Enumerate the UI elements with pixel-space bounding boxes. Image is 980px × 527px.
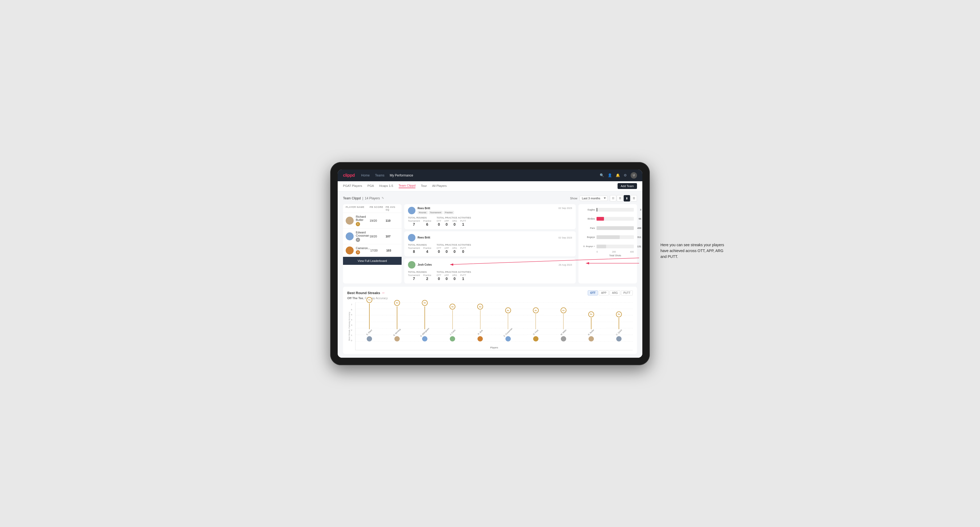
card3-avatar bbox=[408, 261, 415, 268]
col-pb-avg: PB AVG SQ bbox=[386, 206, 399, 211]
streak-bar-col-7[interactable]: 4xM. Miller bbox=[550, 302, 578, 341]
streak-bar-col-0[interactable]: 7xE. Ebert bbox=[355, 302, 383, 341]
bell-icon[interactable]: 🔔 bbox=[616, 173, 620, 177]
player-row-2[interactable]: Edward Crossman 2 18/20 107 bbox=[343, 229, 402, 244]
three-col-layout: PLAYER NAME PB SCORE PB AVG SQ Richard B… bbox=[343, 204, 637, 284]
edit-icon[interactable]: ✎ bbox=[382, 197, 384, 200]
player-name-1: Richard Butler bbox=[356, 215, 370, 221]
annotation-text: Here you can see streaks your players ha… bbox=[660, 242, 724, 260]
filter-arg[interactable]: ARG bbox=[609, 290, 620, 295]
sub-nav-all-players[interactable]: All Players bbox=[432, 184, 447, 188]
player-row-1[interactable]: Richard Butler 1 19/20 110 bbox=[343, 213, 402, 229]
bar-pars: Pars 499 bbox=[582, 225, 634, 231]
app-stat: APP 0 bbox=[444, 220, 449, 227]
top-card-name: Rees Britt bbox=[418, 207, 430, 210]
streak-bar-col-3[interactable]: 5xJ. Coles bbox=[439, 302, 466, 341]
streaks-section: Best Round Streaks ← OTT APP ARG PUTT Of… bbox=[343, 287, 637, 354]
pb-score-1: 19/20 bbox=[370, 219, 386, 222]
card3-stats: Total Rounds Tournament 7 Practice bbox=[408, 271, 572, 281]
player-card-3: Josh Coles 26 Aug 2023 Total Rounds To bbox=[404, 259, 576, 284]
player-name-wrap-3: Cameron... 3 bbox=[356, 246, 370, 254]
rank-badge-3: 3 bbox=[356, 250, 360, 254]
sub-nav: PGAT Players PGA Hcaps 1-5 Team Clippd T… bbox=[338, 181, 642, 191]
streak-bar-col-4[interactable]: 5xR. Britt bbox=[466, 302, 494, 341]
streak-bar-col-9[interactable]: 3xC. Quick bbox=[605, 302, 633, 341]
streaks-subtitle: Off The Tee, Fairway Accuracy bbox=[347, 297, 633, 300]
y-axis-numbers: 0 1 2 3 4 5 6 7 bbox=[351, 302, 355, 350]
chart-x-title: Total Shots bbox=[582, 254, 634, 257]
activities-subrow: OTT 0 APP 0 ARG bbox=[437, 220, 471, 227]
card3-header: Josh Coles 26 Aug 2023 bbox=[408, 261, 572, 268]
bar-eagles: Eagles 3 bbox=[582, 207, 634, 213]
player-info-2: Edward Crossman 2 bbox=[346, 231, 370, 242]
streak-chart: Best Streak, Fairway Accuracy 0 1 2 3 4 … bbox=[347, 302, 633, 350]
filter-ott[interactable]: OTT bbox=[588, 290, 598, 295]
top-card-date: 02 Sep 2023 bbox=[558, 207, 572, 210]
grid-view-btn[interactable]: ☷ bbox=[610, 195, 616, 202]
sub-nav-hcaps[interactable]: Hcaps 1-5 bbox=[379, 184, 393, 188]
period-select[interactable]: Last 3 months Last 6 months Last 12 mont… bbox=[579, 195, 608, 201]
practice-activities-label: Total Practice Activities bbox=[437, 216, 471, 219]
card2-rounds-group: Total Rounds Tournament 8 Practice bbox=[408, 243, 431, 254]
total-rounds-group: Total Rounds Tournament 7 Practice bbox=[408, 216, 431, 227]
bar-birdies: Birdies 96 bbox=[582, 216, 634, 222]
streak-bar-col-2[interactable]: 6xD. Billingham bbox=[411, 302, 439, 341]
top-card-avatar bbox=[408, 207, 415, 214]
col-pb-score: PB SCORE bbox=[370, 206, 386, 211]
nav-icons: 🔍 👤 🔔 ⚙ U bbox=[600, 172, 637, 179]
view-leaderboard-button[interactable]: View Full Leaderboard bbox=[343, 257, 402, 265]
team-title: Team Clippd | 14 Players ✎ bbox=[343, 197, 384, 200]
tournament-tab[interactable]: Tournament bbox=[429, 211, 442, 214]
rounds-tab[interactable]: Rounds bbox=[418, 211, 428, 214]
streak-bar-col-1[interactable]: 6xB. McHarg bbox=[383, 302, 411, 341]
table-view-btn[interactable]: ☰ bbox=[631, 195, 637, 202]
filter-putt[interactable]: PUTT bbox=[621, 290, 633, 295]
player-count-value: 14 Players bbox=[365, 197, 380, 200]
arg-value: 0 bbox=[453, 222, 456, 227]
streak-bars: 7xE. Ebert6xB. McHarg6xD. Billingham5xJ.… bbox=[355, 302, 633, 350]
nav-bar: clippd Home Teams My Performance 🔍 👤 🔔 ⚙… bbox=[338, 170, 642, 181]
rank-badge-2: 2 bbox=[356, 238, 360, 242]
practice-value: 6 bbox=[426, 222, 428, 227]
practice-tab[interactable]: Practice bbox=[444, 211, 454, 214]
add-team-button[interactable]: Add Team bbox=[617, 183, 637, 189]
list-view-btn[interactable]: ☰ bbox=[617, 195, 623, 202]
sub-nav-pga[interactable]: PGA bbox=[368, 184, 374, 188]
detail-view-btn[interactable]: ▮ bbox=[624, 195, 630, 202]
app-value: 0 bbox=[445, 222, 448, 227]
streaks-header: Best Round Streaks ← OTT APP ARG PUTT bbox=[347, 290, 633, 295]
user-icon[interactable]: 👤 bbox=[608, 173, 612, 177]
streak-bars-area: 7xE. Ebert6xB. McHarg6xD. Billingham5xJ.… bbox=[355, 302, 633, 350]
top-card-header: Rees Britt 02 Sep 2023 Rounds Tournament… bbox=[408, 207, 572, 214]
nav-teams[interactable]: Teams bbox=[375, 173, 384, 177]
chart-x-axis: 0 200 400 bbox=[582, 251, 634, 253]
putt-value: 1 bbox=[462, 222, 464, 227]
ott-stat: OTT 0 bbox=[437, 220, 441, 227]
nav-links: Home Teams My Performance bbox=[361, 173, 593, 177]
ott-value: 0 bbox=[438, 222, 440, 227]
tournament-value: 7 bbox=[413, 222, 415, 227]
card2-date: 02 Sep 2023 bbox=[558, 237, 572, 239]
streak-bar-col-6[interactable]: 4xD. Ford bbox=[522, 302, 550, 341]
filter-app[interactable]: APP bbox=[599, 290, 609, 295]
card2-stats: Total Rounds Tournament 8 Practice bbox=[408, 243, 572, 254]
rounds-subrow: Tournament 7 Practice 6 bbox=[408, 220, 431, 227]
sub-nav-team-clippd[interactable]: Team Clippd bbox=[399, 184, 416, 188]
player-name-2: Edward Crossman bbox=[356, 231, 370, 237]
nav-home[interactable]: Home bbox=[361, 173, 370, 177]
sub-nav-tour[interactable]: Tour bbox=[421, 184, 426, 188]
search-icon[interactable]: 🔍 bbox=[600, 173, 604, 177]
player-avatar-2 bbox=[346, 232, 354, 240]
settings-icon[interactable]: ⚙ bbox=[624, 173, 627, 177]
streak-bar-col-5[interactable]: 4xE. Crossman bbox=[494, 302, 522, 341]
bar-dbogeys: D. Bogeys + 131 bbox=[582, 243, 634, 249]
player-row-3[interactable]: Cameron... 3 17/20 103 bbox=[343, 244, 402, 257]
card3-date: 26 Aug 2023 bbox=[558, 264, 572, 266]
avatar-icon[interactable]: U bbox=[631, 172, 637, 179]
pb-avg-1: 110 bbox=[386, 219, 399, 222]
nav-my-performance[interactable]: My Performance bbox=[390, 173, 413, 177]
player-cards-panel: Rees Britt 02 Sep 2023 Rounds Tournament… bbox=[404, 204, 576, 284]
player-info-1: Richard Butler 1 bbox=[346, 215, 370, 226]
streak-bar-col-8[interactable]: 3xR. Butler bbox=[578, 302, 605, 341]
sub-nav-pgat[interactable]: PGAT Players bbox=[343, 184, 362, 188]
